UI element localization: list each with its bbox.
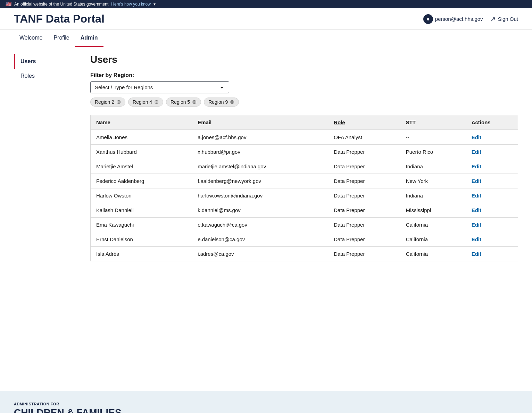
cell-actions: Edit (466, 145, 518, 159)
user-info: ● person@acf.hhs.gov (423, 14, 483, 24)
page-inner: Users Roles Users Filter by Region: Sele… (14, 47, 518, 261)
table-row: Harlow Owston harlow.owston@indiana.gov … (91, 188, 518, 203)
cell-role: Data Prepper (328, 159, 400, 174)
edit-button[interactable]: Edit (472, 178, 481, 184)
site-title: TANF Data Portal (14, 12, 105, 25)
region-filter-select[interactable]: Select / Type for Regions Region 1 Regio… (90, 81, 229, 93)
gov-banner-text: An official website of the United States… (14, 2, 108, 7)
us-flag-icon: 🇺🇸 (6, 1, 11, 7)
cell-actions: Edit (466, 188, 518, 203)
region-tags: Region 2 ⊗ Region 4 ⊗ Region 5 ⊗ Region … (90, 98, 518, 107)
cell-role: Data Prepper (328, 218, 400, 232)
cell-name: Marietjie Amstel (91, 159, 192, 174)
col-header-name: Name (91, 115, 192, 130)
cell-email: x.hubbard@pr.gov (192, 145, 328, 159)
cell-actions: Edit (466, 130, 518, 145)
region-tag-9: Region 9 ⊗ (204, 98, 239, 107)
region-tag-2: Region 2 ⊗ (90, 98, 125, 107)
sign-out-button[interactable]: ↗︎ Sign Out (490, 15, 518, 23)
table-row: Amelia Jones a.jones@acf.hhs.gov OFA Ana… (91, 130, 518, 145)
sidebar-item-roles[interactable]: Roles (14, 69, 83, 83)
edit-button[interactable]: Edit (472, 134, 481, 140)
cell-actions: Edit (466, 174, 518, 188)
cell-role: Data Prepper (328, 188, 400, 203)
page-title: Users (90, 54, 518, 65)
sign-out-label: Sign Out (498, 16, 518, 22)
cell-name: Ernst Danielson (91, 232, 192, 247)
cell-email: f.aaldenberg@newyork.gov (192, 174, 328, 188)
table-row: Ema Kawaguchi e.kawaguchi@ca.gov Data Pr… (91, 218, 518, 232)
user-avatar-icon: ● (423, 14, 433, 24)
sign-out-icon: ↗︎ (490, 15, 496, 23)
header-right: ● person@acf.hhs.gov ↗︎ Sign Out (423, 14, 518, 24)
cell-actions: Edit (466, 232, 518, 247)
cell-stt: -- (400, 130, 466, 145)
main-content: Users Filter by Region: Select / Type fo… (83, 54, 518, 261)
col-header-actions: Actions (466, 115, 518, 130)
edit-button[interactable]: Edit (472, 222, 481, 228)
col-header-email: Email (192, 115, 328, 130)
cell-name: Kailash Danniell (91, 203, 192, 218)
edit-button[interactable]: Edit (472, 193, 481, 199)
sidebar: Users Roles (14, 54, 83, 261)
region-tag-4-remove[interactable]: ⊗ (154, 99, 159, 105)
gov-banner-link[interactable]: Here's how you know (111, 2, 151, 7)
cell-stt: California (400, 232, 466, 247)
cell-stt: Indiana (400, 188, 466, 203)
cell-email: e.danielson@ca.gov (192, 232, 328, 247)
footer: ADMINISTRATION FOR CHILDREN & FAMILIES O… (0, 391, 532, 413)
nav-welcome[interactable]: Welcome (14, 30, 48, 47)
cell-stt: Indiana (400, 159, 466, 174)
cell-name: Isla Adrés (91, 247, 192, 261)
table-row: Federico Aaldenberg f.aaldenberg@newyork… (91, 174, 518, 188)
region-tag-2-remove[interactable]: ⊗ (116, 99, 121, 105)
user-email: person@acf.hhs.gov (435, 16, 483, 22)
header: TANF Data Portal ● person@acf.hhs.gov ↗︎… (0, 8, 532, 30)
nav-admin[interactable]: Admin (75, 30, 103, 47)
cell-role: OFA Analyst (328, 130, 400, 145)
edit-button[interactable]: Edit (472, 251, 481, 257)
col-header-role[interactable]: Role (328, 115, 400, 130)
nav-profile[interactable]: Profile (48, 30, 75, 47)
filter-section: Filter by Region: Select / Type for Regi… (90, 72, 518, 107)
sidebar-item-users[interactable]: Users (14, 54, 83, 69)
cell-name: Amelia Jones (91, 130, 192, 145)
edit-button[interactable]: Edit (472, 163, 481, 169)
footer-logo: ADMINISTRATION FOR CHILDREN & FAMILIES O… (14, 402, 518, 413)
cell-email: i.adres@ca.gov (192, 247, 328, 261)
edit-button[interactable]: Edit (472, 149, 481, 155)
region-tag-5-label: Region 5 (171, 99, 190, 105)
cell-email: e.kawaguchi@ca.gov (192, 218, 328, 232)
page-container: Users Roles Users Filter by Region: Sele… (0, 47, 532, 391)
cell-actions: Edit (466, 203, 518, 218)
cell-name: Ema Kawaguchi (91, 218, 192, 232)
cell-name: Xanthus Hubbard (91, 145, 192, 159)
region-tag-4: Region 4 ⊗ (128, 98, 163, 107)
table-row: Marietjie Amstel marietjie.amstel@indian… (91, 159, 518, 174)
table-row: Kailash Danniell k.danniel@ms.gov Data P… (91, 203, 518, 218)
gov-banner-chevron: ▾ (153, 2, 156, 7)
edit-button[interactable]: Edit (472, 236, 481, 242)
cell-email: marietjie.amstel@indiana.gov (192, 159, 328, 174)
edit-button[interactable]: Edit (472, 207, 481, 213)
region-tag-9-remove[interactable]: ⊗ (230, 99, 234, 105)
cell-role: Data Prepper (328, 247, 400, 261)
cell-stt: California (400, 218, 466, 232)
gov-banner: 🇺🇸 An official website of the United Sta… (0, 0, 532, 8)
cell-stt: California (400, 247, 466, 261)
cell-email: harlow.owston@indiana.gov (192, 188, 328, 203)
footer-org-line1: ADMINISTRATION FOR (14, 402, 518, 406)
region-tag-2-label: Region 2 (95, 99, 114, 105)
cell-email: k.danniel@ms.gov (192, 203, 328, 218)
table-header-row: Name Email Role STT Actions (91, 115, 518, 130)
cell-stt: Puerto Rico (400, 145, 466, 159)
cell-actions: Edit (466, 247, 518, 261)
col-header-stt: STT (400, 115, 466, 130)
cell-email: a.jones@acf.hhs.gov (192, 130, 328, 145)
filter-label: Filter by Region: (90, 72, 518, 78)
users-table: Name Email Role STT Actions Amelia Jones… (90, 115, 518, 261)
table-row: Ernst Danielson e.danielson@ca.gov Data … (91, 232, 518, 247)
table-row: Xanthus Hubbard x.hubbard@pr.gov Data Pr… (91, 145, 518, 159)
region-tag-5-remove[interactable]: ⊗ (192, 99, 197, 105)
cell-role: Data Prepper (328, 232, 400, 247)
